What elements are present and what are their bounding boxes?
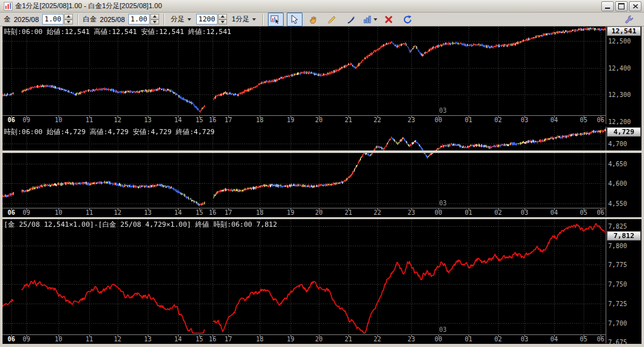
close-button[interactable] bbox=[629, 1, 641, 11]
refresh-button[interactable] bbox=[400, 13, 416, 26]
time-tick-label: 20 bbox=[315, 117, 323, 123]
gold-symbol-label: 金 bbox=[4, 14, 11, 24]
time-tick-label: 03 bbox=[521, 336, 528, 343]
platinum-ratio-spinner[interactable]: 1.00 bbox=[128, 14, 159, 25]
time-tick-label: 04 bbox=[550, 336, 558, 343]
interval-label: 1分足 bbox=[232, 14, 250, 24]
date-label: 03 bbox=[439, 200, 447, 207]
pointer-icon bbox=[289, 14, 299, 25]
chart-type-button[interactable] bbox=[362, 13, 378, 26]
platinum-symbol-label: 白金 bbox=[83, 14, 97, 24]
time-tick-label: 06 bbox=[8, 336, 15, 343]
gold-ratio-input[interactable]: 1.00 bbox=[42, 14, 64, 25]
time-tick-label: 21 bbox=[345, 117, 352, 123]
chart-canvas-platinum-1min[interactable] bbox=[3, 127, 606, 208]
pencil-icon bbox=[327, 14, 337, 25]
spinner-up-icon bbox=[67, 15, 70, 18]
maximize-button[interactable] bbox=[615, 1, 628, 11]
gold-ratio-up-button[interactable] bbox=[64, 14, 73, 20]
time-tick-label: 15 bbox=[196, 117, 203, 123]
time-tick-label: 04 bbox=[550, 117, 558, 123]
time-tick-label: 00 bbox=[435, 209, 442, 216]
wrench-icon bbox=[624, 14, 634, 25]
time-tick-label: 15 bbox=[196, 336, 203, 343]
time-tick-label: 09 bbox=[23, 209, 30, 216]
time-tick-label: 14 bbox=[174, 209, 182, 216]
chart-select-mode-button[interactable] bbox=[268, 13, 284, 26]
time-tick-label: 05 bbox=[580, 117, 587, 123]
minimize-button[interactable] bbox=[601, 1, 614, 11]
pan-tool-button[interactable] bbox=[306, 13, 321, 26]
time-tick-label: 10 bbox=[55, 117, 62, 123]
chart-header-gold-1min: 時刻:06:00 始値:12,541 高値:12,541 安値:12,541 終… bbox=[4, 27, 231, 37]
date-label: 03 bbox=[439, 326, 447, 333]
time-tick-label: 05 bbox=[580, 209, 587, 216]
gold-ratio-spinner[interactable]: 1.00 bbox=[42, 14, 73, 25]
time-tick-label: 23 bbox=[408, 336, 415, 343]
time-tick-label: 01 bbox=[465, 117, 472, 123]
time-tick-label: 09 bbox=[23, 336, 30, 343]
chart-panel-platinum-1min: 時刻:06:00 始値:4,729 高値:4,729 安値:4,729 終値:4… bbox=[3, 127, 641, 217]
chart-canvas-gold-platinum-spread[interactable] bbox=[3, 219, 606, 334]
time-tick-label: 13 bbox=[144, 117, 152, 123]
time-tick-label: 13 bbox=[144, 336, 152, 343]
bar-count-up-button[interactable] bbox=[218, 14, 227, 20]
time-axis: 0609101112131415161718192021222300010203… bbox=[3, 208, 606, 217]
chart-panel-gold-platinum-spread: [金 25/08 12,541×1.00]-[白金 25/08 4,729×1.… bbox=[3, 219, 641, 343]
price-tick-label: 7,825 bbox=[608, 223, 627, 230]
time-tick-label: 18 bbox=[256, 117, 264, 123]
pen-icon bbox=[346, 14, 356, 25]
time-tick-label: 02 bbox=[494, 209, 502, 216]
toolbar-separator bbox=[77, 14, 79, 25]
refresh-icon bbox=[402, 14, 413, 25]
time-tick-label: 11 bbox=[86, 117, 93, 123]
time-tick-label: 22 bbox=[374, 336, 381, 343]
panel-splitter[interactable] bbox=[3, 217, 641, 219]
time-tick-label: 22 bbox=[374, 117, 381, 123]
time-tick-label: 06 bbox=[597, 336, 604, 343]
time-tick-label: 18 bbox=[256, 209, 264, 216]
bar-count-down-button[interactable] bbox=[218, 20, 227, 25]
platinum-ratio-input[interactable]: 1.00 bbox=[128, 14, 150, 25]
app-icon bbox=[4, 2, 13, 11]
time-tick-label: 19 bbox=[287, 117, 294, 123]
chart-canvas-gold-1min[interactable] bbox=[3, 26, 606, 115]
time-tick-label: 15 bbox=[196, 209, 203, 216]
pointer-tool-button[interactable] bbox=[287, 13, 303, 26]
period-type-label: 分足 bbox=[171, 14, 185, 24]
draw-pencil-button[interactable] bbox=[325, 13, 340, 26]
time-tick-label: 20 bbox=[315, 209, 323, 216]
time-axis: 0609101112131415161718192021222300010203… bbox=[3, 334, 606, 344]
spinner-up-icon bbox=[221, 15, 225, 18]
time-tick-label: 11 bbox=[86, 209, 93, 216]
chevron-down-icon bbox=[252, 18, 256, 21]
spinner-up-icon bbox=[153, 15, 157, 18]
window-title: 金1分足[2025/08]1.00 - 白金1分足[2025/08]1.00 bbox=[15, 1, 601, 11]
price-tick-label: 12,500 bbox=[608, 38, 631, 45]
time-tick-label: 04 bbox=[550, 209, 558, 216]
price-tick-label: 7,700 bbox=[608, 320, 627, 327]
time-tick-label: 10 bbox=[55, 209, 62, 216]
bar-count-spinner[interactable]: 1200 bbox=[196, 14, 227, 25]
interval-dropdown[interactable]: 1分足 bbox=[230, 13, 258, 25]
bar-count-input[interactable]: 1200 bbox=[196, 14, 218, 25]
time-tick-label: 17 bbox=[225, 209, 232, 216]
price-tick-label: 7,775 bbox=[608, 261, 627, 268]
price-tick-label: 4,600 bbox=[608, 180, 627, 187]
time-tick-label: 11 bbox=[86, 336, 93, 343]
panel-splitter[interactable] bbox=[3, 151, 641, 153]
price-tick-label: 4,700 bbox=[608, 140, 627, 147]
platinum-ratio-down-button[interactable] bbox=[150, 20, 159, 25]
gold-ratio-down-button[interactable] bbox=[64, 20, 73, 25]
price-axis: 12,50012,40012,30012,20012,541 bbox=[606, 26, 641, 124]
time-tick-label: 02 bbox=[494, 336, 502, 343]
draw-pen-button[interactable] bbox=[343, 13, 359, 26]
price-tick-label: 7,725 bbox=[608, 300, 627, 307]
period-type-dropdown[interactable]: 分足 bbox=[169, 13, 193, 25]
time-tick-label: 20 bbox=[315, 336, 323, 343]
delete-drawing-button[interactable] bbox=[381, 13, 397, 26]
date-label: 03 bbox=[439, 107, 447, 114]
spinner-down-icon bbox=[221, 21, 225, 23]
settings-button[interactable] bbox=[621, 13, 636, 26]
platinum-ratio-up-button[interactable] bbox=[150, 14, 159, 20]
